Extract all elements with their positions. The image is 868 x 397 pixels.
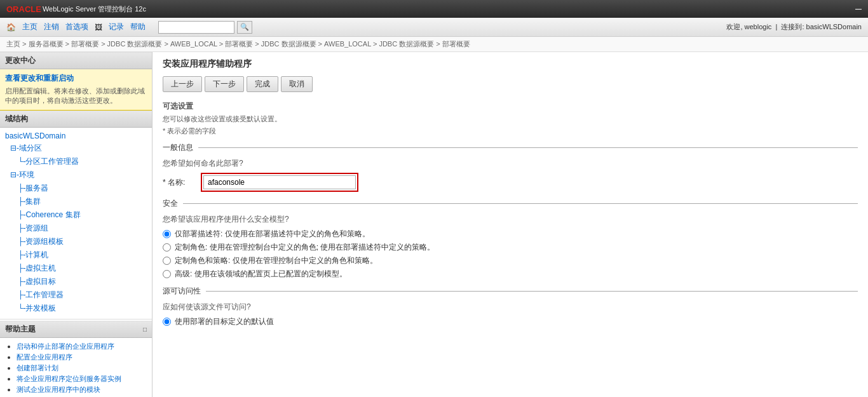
- general-info-divider: 一般信息: [163, 142, 858, 153]
- security-divider: 安全: [163, 198, 858, 209]
- welcome-text: 欢迎, weblogic: [726, 23, 771, 30]
- security-radio-option: 定制角色: 使用在管理控制台中定义的角色; 使用在部署描述符中定义的策略。: [163, 242, 858, 253]
- view-changes-link[interactable]: 查看更改和重新启动: [5, 74, 74, 83]
- breadcrumb-text: 主页 > 服务器概要 > 部署概要 > JDBC 数据源概要 > AWEB_LO…: [6, 40, 470, 48]
- help-collapse-icon[interactable]: □: [143, 326, 147, 333]
- help-link-item: 启动和停止部署的企业应用程序: [17, 342, 147, 351]
- help-link-item: 测试企业应用程序中的模块: [17, 385, 147, 394]
- nav-logout-link[interactable]: 注销: [44, 22, 59, 32]
- tree-item[interactable]: ├-虚拟主机: [0, 262, 152, 275]
- general-section-title: 一般信息: [163, 142, 193, 153]
- minimize-button[interactable]: ─: [855, 4, 862, 14]
- source-radio-label-sr1: 使用部署的目标定义的默认值: [175, 316, 274, 327]
- nav-welcome: 欢迎, weblogic | 连接到: basicWLSDomain: [726, 22, 862, 32]
- nav-image-icon: 🖼: [95, 23, 102, 32]
- name-label: * 名称:: [163, 177, 201, 188]
- nav-preferences-link[interactable]: 首选项: [65, 22, 88, 32]
- security-radio-option: 定制角色和策略: 仅使用在管理控制台中定义的角色和策略。: [163, 255, 858, 266]
- tree-item[interactable]: ├-资源组模板: [0, 235, 152, 248]
- top-bar-right: ─: [855, 4, 862, 14]
- change-center-desc: 启用配置编辑。将来在修改、添加或删除此域中的项目时，将自动激活这些更改。: [5, 86, 147, 106]
- help-link-item: 创建部署计划: [17, 363, 147, 373]
- tree-item[interactable]: basicWLSDomain: [0, 130, 152, 142]
- tree-item[interactable]: ├-计算机: [0, 248, 152, 262]
- security-radio-label-r1: 仅部署描述符: 仅使用在部署描述符中定义的角色和策略。: [175, 229, 370, 239]
- change-center-title: 更改中心: [5, 55, 36, 66]
- tree-item[interactable]: ⊟-环境: [0, 168, 152, 182]
- tree-item[interactable]: └-并发模板: [0, 302, 152, 315]
- oracle-logo: ORACLE WebLogic Server 管理控制台 12c: [6, 4, 146, 14]
- security-radio-option: 高级: 使用在该领域的配置页上已配置的定制模型。: [163, 269, 858, 279]
- next-button[interactable]: 下一步: [205, 76, 244, 92]
- nav-help-link[interactable]: 帮助: [130, 22, 146, 32]
- name-input[interactable]: [203, 175, 356, 189]
- security-radio-r4[interactable]: [163, 270, 171, 278]
- optional-settings-header: 可选设置: [163, 101, 858, 112]
- domain-structure: basicWLSDomain⊟-域分区└-分区工作管理器⊟-环境├-服务器├-集…: [0, 128, 152, 318]
- security-radio-label-r4: 高级: 使用在该领域的配置页上已配置的定制模型。: [175, 269, 347, 279]
- security-radio-r2[interactable]: [163, 243, 171, 252]
- nav-home-icon: 🏠: [6, 23, 16, 32]
- help-section: 启动和停止部署的企业应用程序配置企业应用程序创建部署计划将企业应用程序定位到服务…: [0, 338, 152, 397]
- optional-desc: 您可以修改这些设置或接受默认设置。: [163, 114, 858, 124]
- help-link[interactable]: 将企业应用程序定位到服务器实例: [17, 375, 121, 382]
- source-question: 应如何使该源文件可访问?: [163, 302, 858, 313]
- help-title: 帮助主题: [5, 324, 36, 335]
- tree-item[interactable]: └-分区工作管理器: [0, 155, 152, 168]
- security-radio-label-r2: 定制角色: 使用在管理控制台中定义的角色; 使用在部署描述符中定义的策略。: [175, 242, 435, 253]
- search-input[interactable]: [158, 21, 234, 34]
- nav-home-link[interactable]: 主页: [22, 22, 37, 32]
- change-center: 查看更改和重新启动 启用配置编辑。将来在修改、添加或删除此域中的项目时，将自动激…: [0, 69, 152, 111]
- tree-item[interactable]: ├-服务器: [0, 182, 152, 195]
- help-link-item: 将企业应用程序定位到服务器实例: [17, 374, 147, 384]
- nav-search: 🔍: [158, 21, 252, 34]
- source-radio-group: 使用部署的目标定义的默认值: [163, 316, 858, 327]
- help-link[interactable]: 配置企业应用程序: [17, 353, 72, 361]
- help-link-item: 配置企业应用程序: [17, 353, 147, 362]
- main-layout: 更改中心 查看更改和重新启动 启用配置编辑。将来在修改、添加或删除此域中的项目时…: [0, 52, 868, 397]
- source-divider-line: [206, 291, 858, 292]
- help-link[interactable]: 启动和停止部署的企业应用程序: [17, 342, 114, 350]
- security-radio-r1[interactable]: [163, 230, 171, 238]
- oracle-text: ORACLE: [6, 4, 41, 14]
- help-link[interactable]: 测试企业应用程序中的模块: [17, 386, 100, 393]
- connected-text: 连接到: basicWLSDomain: [781, 23, 862, 30]
- content-area: 安装应用程序辅助程序 上一步 下一步 完成 取消 可选设置 您可以修改这些设置或…: [153, 52, 868, 397]
- search-button[interactable]: 🔍: [237, 21, 252, 34]
- tree-item[interactable]: ⊟-域分区: [0, 142, 152, 155]
- cancel-button[interactable]: 取消: [281, 76, 313, 92]
- tree-item[interactable]: ├-虚拟目标: [0, 275, 152, 288]
- name-field-group: * 名称:: [163, 173, 858, 192]
- tree-item[interactable]: ├-Coherence 集群: [0, 208, 152, 222]
- prev-button[interactable]: 上一步: [163, 76, 202, 92]
- breadcrumb: 主页 > 服务器概要 > 部署概要 > JDBC 数据源概要 > AWEB_LO…: [0, 37, 868, 52]
- required-note: * 表示必需的字段: [163, 126, 858, 136]
- top-bar-left: ORACLE WebLogic Server 管理控制台 12c: [6, 4, 146, 14]
- source-divider: 源可访问性: [163, 286, 858, 297]
- nav-record-link[interactable]: 记录: [109, 22, 124, 32]
- help-link[interactable]: 创建部署计划: [17, 364, 58, 372]
- finish-button[interactable]: 完成: [247, 76, 278, 92]
- security-radio-group: 仅部署描述符: 仅使用在部署描述符中定义的角色和策略。定制角色: 使用在管理控制…: [163, 229, 858, 279]
- product-text: WebLogic Server 管理控制台 12c: [43, 4, 146, 14]
- domain-structure-title: 域结构: [5, 114, 28, 124]
- source-radio-sr1[interactable]: [163, 318, 171, 326]
- security-radio-r3[interactable]: [163, 257, 171, 265]
- help-section-header: 帮助主题 □: [0, 321, 152, 338]
- nav-bar: 🏠 主页 注销 首选项 🖼 记录 帮助 🔍 欢迎, weblogic | 连接到…: [0, 18, 868, 37]
- security-radio-option: 仅部署描述符: 仅使用在部署描述符中定义的角色和策略。: [163, 229, 858, 239]
- source-radio-option: 使用部署的目标定义的默认值: [163, 316, 858, 327]
- name-input-wrapper: [201, 173, 358, 192]
- security-radio-label-r3: 定制角色和策略: 仅使用在管理控制台中定义的角色和策略。: [175, 255, 377, 266]
- tree-item[interactable]: ├-集群: [0, 195, 152, 208]
- top-bar: ORACLE WebLogic Server 管理控制台 12c ─: [0, 0, 868, 18]
- security-question: 您希望该应用程序使用什么安全模型?: [163, 214, 858, 225]
- security-divider-line: [183, 203, 858, 204]
- change-center-header: 更改中心: [0, 52, 152, 69]
- tree-item[interactable]: ├-资源组: [0, 222, 152, 235]
- security-section-title: 安全: [163, 198, 178, 209]
- tree-item[interactable]: ├-工作管理器: [0, 288, 152, 302]
- divider-line: [198, 147, 858, 148]
- action-buttons: 上一步 下一步 完成 取消: [163, 76, 858, 92]
- sidebar: 更改中心 查看更改和重新启动 启用配置编辑。将来在修改、添加或删除此域中的项目时…: [0, 52, 153, 397]
